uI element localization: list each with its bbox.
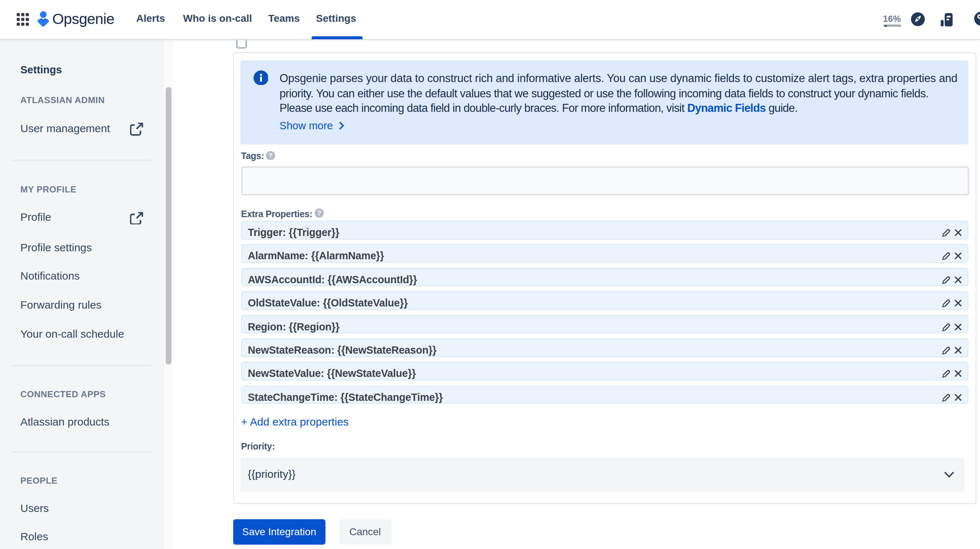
svg-text:?: ? [317, 209, 321, 217]
svg-text:?: ? [269, 152, 273, 159]
